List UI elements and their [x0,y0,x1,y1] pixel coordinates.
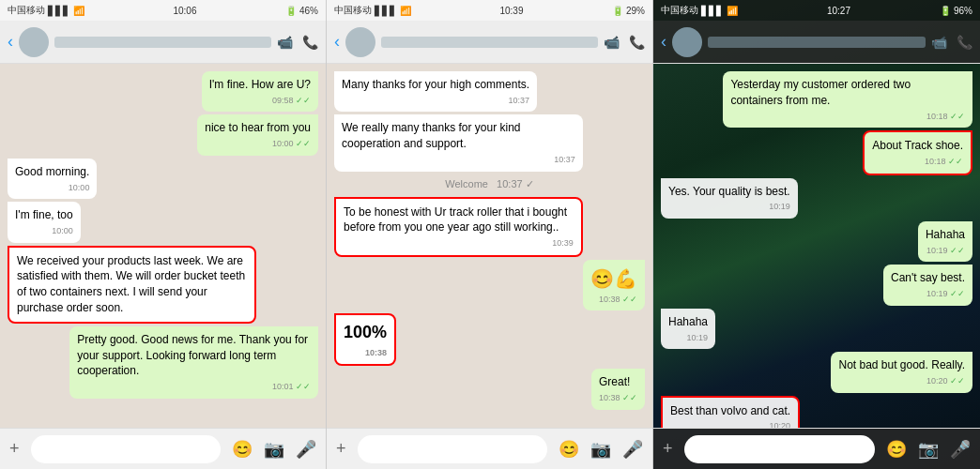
sticker-icon-1[interactable]: 😊 [232,439,253,460]
mic-icon-1[interactable]: 🎤 [296,439,316,460]
message-1-6: Pretty good. Good news for me. Thank you… [69,326,318,399]
msg-text: Great! [599,375,630,388]
chat-area-2: Many thanks for your high comments. 10:3… [327,64,652,428]
carrier-1: 中国移动 [8,4,45,17]
msg-time-val: 10:19 [926,289,948,298]
plus-icon-3[interactable]: + [663,439,673,459]
msg-text: nice to hear from you [205,121,311,134]
check-mark: ✓✓ [950,112,965,121]
carrier-2: 中国移动 [334,4,372,17]
battery-level-1: 46% [299,6,318,16]
message-2-3-highlighted: To be honest with Ur track roller that i… [334,197,583,257]
msg-time-val: 10:38 [365,348,387,357]
battery-level-2: 29% [626,6,645,16]
message-2-5-highlighted: 100% 10:38 [334,313,396,366]
msg-text: 100% [344,323,387,341]
chat-input-2[interactable] [358,435,547,463]
check-mark: ✓✓ [622,295,637,304]
msg-text: Hahaha [926,228,965,241]
status-right-3: 🔋 96% [940,6,972,16]
header-icons-2: 📹 📞 [604,35,645,50]
chat-input-3[interactable] [684,435,875,463]
plus-icon-2[interactable]: + [336,439,346,459]
msg-text: Yesterday my customer ordered two contai… [730,78,911,107]
back-arrow-2[interactable]: ‹ [334,32,340,52]
contact-name-2 [381,37,598,48]
check-mark: ✓✓ [950,289,965,298]
msg-time-val: 10:20 [770,421,791,428]
msg-time-val: 10:37 [509,96,530,105]
msg-text: Pretty good. Good news for me. Thank you… [77,333,308,378]
mic-icon-2[interactable]: 🎤 [622,439,643,460]
phone-icon-3[interactable]: 📞 [957,35,972,50]
message-3-3: Yes. Your quality is best. 10:19 [661,178,798,219]
check-mark: ✓✓ [622,393,637,402]
phone-3: 中国移动 ▋▋▋ 📶 10:27 🔋 96% ‹ 📹 📞 Yesterday m… [653,0,980,469]
mic-icon-3[interactable]: 🎤 [950,439,971,460]
camera-icon-2[interactable]: 📷 [590,439,611,460]
sticker-icon-2[interactable]: 😊 [559,439,579,460]
msg-text: About Track shoe. [872,139,963,152]
avatar-2 [345,27,375,57]
msg-time-val: 10:19 [687,333,709,342]
battery-icon-3: 🔋 [940,6,951,16]
message-3-5: Can't say best. 10:19 ✓✓ [883,265,972,305]
camera-icon-1[interactable]: 📷 [264,439,284,460]
back-arrow-1[interactable]: ‹ [8,32,13,52]
status-right-2: 🔋 29% [612,6,645,16]
phone-1: 中国移动 ▋▋▋ 📶 10:06 🔋 46% ‹ 📹 📞 I'm fine. H… [0,0,327,469]
sticker-icon-3[interactable]: 😊 [886,439,907,460]
header-icons-3: 📹 📞 [931,35,972,50]
chat-input-1[interactable] [31,435,221,463]
bottom-bar-3: + 😊 📷 🎤 [653,428,980,469]
video-icon-2[interactable]: 📹 [604,35,620,50]
wa-header-3: ‹ 📹 📞 [653,21,980,64]
msg-time-val: 10:39 [552,238,574,248]
video-icon-1[interactable]: 📹 [277,35,293,50]
back-arrow-3[interactable]: ‹ [661,32,666,52]
status-bar-2: 中国移动 ▋▋▋ 📶 10:39 🔋 29% [327,0,652,21]
camera-icon-3[interactable]: 📷 [918,439,939,460]
battery-icon-1: 🔋 [285,6,297,16]
msg-time-val: 10:01 [272,382,294,391]
carrier-3: 中国移动 [661,4,698,17]
msg-time-val: 10:18 [925,157,946,166]
msg-text: I'm fine, too [15,208,73,221]
msg-time-val: 10:20 [926,376,948,386]
status-left-3: 中国移动 ▋▋▋ 📶 [661,4,738,17]
status-bar-3: 中国移动 ▋▋▋ 📶 10:27 🔋 96% [653,0,980,21]
check-mark: ✓✓ [296,382,311,391]
video-icon-3[interactable]: 📹 [931,35,947,50]
msg-text: To be honest with Ur track roller that i… [344,205,567,234]
status-left-2: 中国移动 ▋▋▋ 📶 [334,4,411,17]
phone-icon-2[interactable]: 📞 [629,35,645,50]
contact-name-3 [708,37,926,48]
status-right-1: 🔋 46% [285,6,318,16]
phone-icon-1[interactable]: 📞 [302,35,318,50]
avatar-3 [672,27,702,57]
chat-area-1: I'm fine. How are U? 09:58 ✓✓ nice to he… [0,64,326,428]
status-left-1: 中国移动 ▋▋▋ 📶 [8,4,84,17]
message-1-3: Good morning. 10:00 [8,159,97,199]
message-2-6: Great! 10:38 ✓✓ [591,369,645,409]
check-mark: ✓✓ [296,96,311,105]
message-2-1: Many thanks for your high comments. 10:3… [334,71,537,112]
contact-name-1 [54,37,271,48]
msg-text: Many thanks for your high comments. [342,78,529,91]
message-1-4: I'm fine, too 10:00 [8,202,81,242]
wifi-icon-2: 📶 [400,6,411,16]
msg-text: Hahaha [668,315,708,328]
msg-time-val: 10:38 [599,295,620,304]
msg-text: Can't say best. [891,271,965,284]
check-mark: ✓✓ [950,246,965,255]
message-3-8-highlighted: Best than volvo and cat. 10:20 [661,396,800,428]
header-icons-1: 📹 📞 [277,35,318,50]
battery-level-3: 96% [954,6,972,16]
msg-time-val: 09:58 [272,96,294,105]
message-3-7: Not bad but good. Really. 10:20 ✓✓ [831,352,972,392]
msg-text: Not bad but good. Really. [838,358,965,371]
message-3-2-highlighted: About Track shoe. 10:18 ✓✓ [863,130,972,174]
wifi-icon: 📶 [73,6,84,16]
plus-icon-1[interactable]: + [9,439,20,459]
time-1: 10:06 [173,6,196,16]
